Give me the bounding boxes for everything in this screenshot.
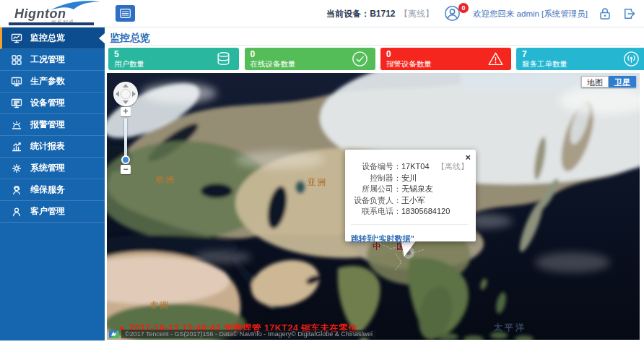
sidebar-item-label: 系统管理	[30, 162, 65, 174]
popup-field-label: 控制器：	[351, 173, 401, 184]
popup-field-value: 17KT04	[401, 161, 430, 173]
user-menu-button[interactable]: 0	[444, 5, 463, 22]
popup-row-owner: 设备负责人： 王小军	[351, 195, 469, 207]
logout-icon[interactable]	[622, 7, 637, 21]
popup-field-value: 无锡泉友	[401, 184, 433, 195]
pan-center-icon[interactable]	[121, 89, 131, 99]
customer-icon	[11, 206, 22, 218]
map-type-normal-button[interactable]: 地图	[581, 76, 609, 87]
popup-field-label: 所属公司：	[351, 184, 401, 195]
pan-down-icon[interactable]	[123, 100, 129, 104]
sidebar-item-customer-mgmt[interactable]: 客户管理	[0, 201, 105, 223]
gear-icon	[11, 163, 22, 174]
device-monitor-icon	[11, 98, 22, 109]
sidebar-toggle-button[interactable]	[116, 5, 135, 22]
sidebar-item-stats-report[interactable]: 统计报表	[0, 136, 105, 158]
title-divider	[108, 45, 640, 46]
popup-close-button[interactable]: ×	[465, 153, 471, 162]
warning-icon	[487, 50, 505, 68]
zoom-in-button[interactable]: +	[121, 107, 131, 116]
header-right-cluster: 当前设备：B1712 【离线】 0 欢迎您回来 admin [系统管理员]	[326, 0, 637, 27]
sidebar-item-label: 报警管理	[30, 119, 65, 131]
broadcast-icon	[622, 50, 640, 68]
sidebar-item-label: 监控总览	[30, 32, 65, 44]
map-type-toggle: 地图 卫星	[581, 76, 636, 87]
current-device-text: 当前设备：B1712 【离线】	[326, 8, 434, 20]
realtime-data-link[interactable]: 跳转到“实时数据”	[351, 234, 469, 244]
welcome-text: 欢迎您回来 admin [系统管理员]	[473, 9, 588, 20]
top-header: Hignton 华辰智通 当前设备：B1712 【离线】 0	[0, 0, 644, 27]
production-params-icon	[11, 76, 22, 87]
satellite-map[interactable]: 欧洲 亚洲 非洲 中 国 太平洋 地图 卫星 + − ×	[107, 73, 640, 340]
stat-label: 服务工单数量	[522, 59, 567, 69]
popup-field-value: 安川	[401, 173, 417, 184]
popup-field-label: 联系电话：	[351, 206, 401, 218]
active-item-notch	[99, 33, 105, 43]
lock-icon[interactable]	[598, 7, 612, 21]
map-type-satellite-button[interactable]: 卫星	[609, 76, 636, 87]
popup-field-value: 王小军	[401, 195, 425, 207]
stat-card-service-orders: 7 服务工单数量	[516, 48, 644, 70]
notification-badge[interactable]: 0	[458, 3, 469, 13]
device-info-popup: × 设备编号： 17KT04 【离线】 控制器： 安川 所属公司： 无锡泉友 设…	[345, 150, 476, 241]
popup-row-device-id: 设备编号： 17KT04 【离线】	[351, 161, 469, 173]
sidebar-item-label: 生产参数	[30, 75, 65, 87]
pan-up-icon[interactable]	[123, 84, 129, 87]
zoom-slider[interactable]	[124, 118, 127, 163]
stat-value: 0	[386, 49, 391, 59]
pan-right-icon[interactable]	[132, 91, 136, 97]
map-attribution: ©2017 Tencent - GS(2017)156 - Data© NavI…	[109, 330, 376, 338]
monitor-overview-icon	[11, 33, 22, 44]
hamburger-icon	[120, 9, 131, 18]
logo-underline	[9, 22, 94, 25]
stat-card-online-devices: 0 在线设备数量	[245, 48, 375, 70]
sidebar-item-label: 统计报表	[30, 140, 65, 153]
sidebar-item-label: 客户管理	[30, 205, 65, 218]
tencent-map-logo-icon	[109, 330, 119, 338]
zoom-out-button[interactable]: −	[121, 165, 131, 174]
check-circle-icon	[351, 50, 369, 68]
popup-divider	[351, 224, 469, 225]
pan-left-icon[interactable]	[116, 91, 119, 97]
stat-card-alarm-devices: 0 报警设备数量	[380, 48, 511, 70]
popup-row-controller: 控制器： 安川	[351, 173, 469, 184]
stat-card-users: 5 用户数量	[108, 48, 239, 70]
sidebar-item-label: 工况管理	[30, 53, 65, 66]
sidebar-item-maintenance-service[interactable]: 维保服务	[0, 179, 105, 201]
chart-icon	[11, 141, 22, 153]
popup-row-phone: 联系电话： 18305684120	[351, 206, 469, 218]
map-pan-control[interactable]	[113, 82, 138, 106]
popup-field-label: 设备编号：	[351, 161, 401, 173]
stat-value: 0	[251, 49, 256, 59]
sidebar-item-alarm-mgmt[interactable]: 报警管理	[0, 114, 105, 136]
grid-icon	[11, 54, 22, 66]
device-status: 【离线】	[399, 9, 434, 19]
alarm-icon	[11, 119, 22, 131]
popup-row-company: 所属公司： 无锡泉友	[351, 184, 469, 195]
sidebar-item-system-mgmt[interactable]: 系统管理	[0, 158, 105, 179]
stat-value: 7	[522, 49, 527, 59]
brand-logo: Hignton 华辰智通	[9, 1, 104, 27]
database-icon	[214, 50, 232, 68]
stat-label: 用户数量	[114, 59, 144, 69]
sidebar-item-work-status[interactable]: 工况管理	[0, 49, 105, 71]
sidebar-nav: 监控总览 工况管理 生产参数	[0, 27, 105, 340]
popup-field-value: 18305684120	[401, 206, 450, 218]
support-icon	[11, 184, 22, 196]
zoom-slider-knob[interactable]	[121, 155, 130, 164]
popup-device-status: 【离线】	[437, 161, 469, 173]
page-title: 监控总览	[110, 32, 150, 45]
sidebar-item-production-params[interactable]: 生产参数	[0, 71, 105, 93]
current-device-value: 当前设备：B1712	[326, 9, 395, 19]
sidebar-item-monitor-overview[interactable]: 监控总览	[0, 27, 105, 49]
sidebar-item-label: 维保服务	[30, 184, 65, 196]
stat-value: 5	[114, 49, 119, 59]
popup-field-label: 设备负责人：	[351, 195, 401, 207]
app-window: Hignton 华辰智通 当前设备：B1712 【离线】 0	[0, 0, 644, 347]
stat-label: 在线设备数量	[251, 59, 296, 69]
stat-label: 报警设备数量	[386, 59, 432, 69]
sidebar-item-label: 设备管理	[30, 97, 65, 109]
attribution-text: ©2017 Tencent - GS(2017)156 - Data© NavI…	[121, 330, 376, 338]
sidebar-item-device-mgmt[interactable]: 设备管理	[0, 93, 105, 114]
